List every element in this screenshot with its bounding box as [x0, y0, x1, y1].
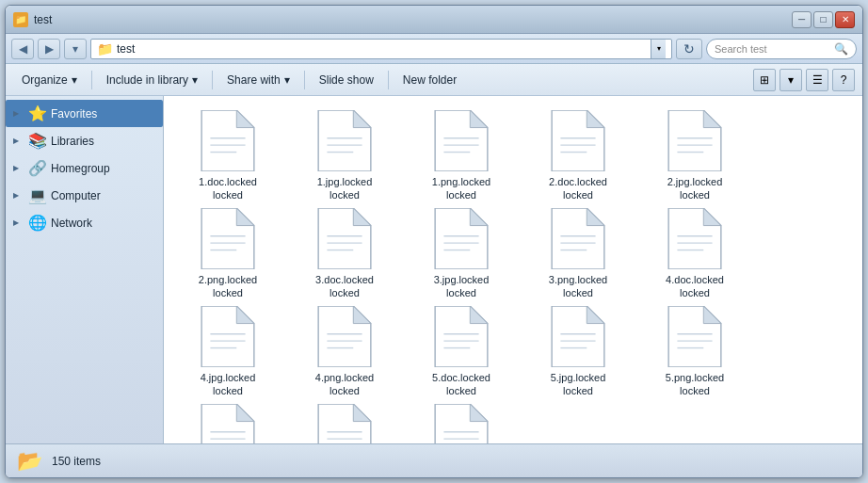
toolbar-separator-2	[212, 71, 213, 89]
preview-pane-button[interactable]: ☰	[806, 69, 828, 91]
svg-marker-31	[353, 208, 371, 226]
svg-marker-11	[470, 110, 488, 128]
file-item[interactable]: 3.png.lockedlocked	[522, 201, 635, 296]
refresh-button[interactable]: ↻	[676, 39, 702, 59]
search-icon[interactable]: 🔍	[833, 41, 848, 56]
file-item[interactable]: 2.jpg.lockedlocked	[638, 104, 751, 198]
file-item[interactable]: 3.jpg.lockedlocked	[405, 201, 518, 296]
svg-marker-6	[353, 110, 371, 128]
file-item[interactable]: 5.jpg.lockedlocked	[522, 299, 635, 394]
new-folder-label: New folder	[403, 73, 457, 87]
file-item[interactable]: 4.png.lockedlocked	[288, 299, 401, 394]
svg-marker-80	[318, 404, 371, 443]
svg-marker-36	[470, 208, 488, 226]
forward-button[interactable]: ▶	[38, 39, 60, 59]
folder-icon: 📁	[97, 41, 113, 56]
file-icon	[433, 306, 490, 367]
file-icon	[667, 306, 723, 367]
minimize-button[interactable]: ─	[792, 11, 812, 28]
address-input[interactable]: 📁 test ▾	[90, 39, 672, 59]
status-folder-icon: 📂	[17, 449, 42, 474]
organize-button[interactable]: Organize ▾	[13, 68, 86, 92]
share-with-label: Share with	[227, 73, 281, 87]
svg-marker-51	[236, 306, 254, 324]
file-icon	[200, 306, 256, 367]
file-label: 3.png.lockedlocked	[549, 273, 607, 300]
file-item[interactable]: 1.jpg.lockedlocked	[288, 104, 401, 198]
file-icon	[433, 208, 490, 269]
search-box[interactable]: Search test 🔍	[706, 39, 857, 59]
share-dropdown-icon: ▾	[284, 73, 290, 87]
sidebar-item-favorites[interactable]: ▶ ⭐ Favorites	[6, 100, 163, 127]
sidebar-icon-network: 🌐	[28, 214, 45, 232]
sidebar-icon-homegroup: 🔗	[28, 159, 45, 177]
file-icon	[550, 306, 606, 367]
window-title: test	[34, 13, 792, 26]
file-item[interactable]: 6.doc.lockedlocked	[171, 397, 284, 443]
file-icon	[200, 208, 256, 269]
sidebar-item-computer[interactable]: ▶ 💻 Computer	[6, 182, 163, 209]
view-dropdown-button[interactable]: ▾	[780, 69, 802, 91]
file-label: 5.jpg.lockedlocked	[551, 371, 606, 398]
file-item[interactable]: 4.doc.lockedlocked	[638, 201, 751, 296]
file-item[interactable]: 4.jpg.lockedlocked	[171, 299, 284, 394]
sidebar-item-network[interactable]: ▶ 🌐 Network	[6, 209, 163, 236]
sidebar-item-libraries[interactable]: ▶ 📚 Libraries	[6, 127, 163, 154]
file-item[interactable]: 2.png.lockedlocked	[171, 201, 284, 296]
explorer-window: 📁 test ─ □ ✕ ◀ ▶ ▾ 📁 test ▾ ↻ Search tes…	[5, 5, 863, 478]
file-item[interactable]: 3.doc.lockedlocked	[288, 201, 401, 296]
file-item[interactable]: 2.doc.lockedlocked	[522, 104, 635, 198]
slide-show-button[interactable]: Slide show	[311, 68, 382, 92]
new-folder-button[interactable]: New folder	[394, 68, 465, 92]
help-button[interactable]: ?	[832, 69, 855, 91]
file-icon	[200, 404, 256, 443]
file-label: 2.png.lockedlocked	[199, 273, 257, 300]
toolbar-separator-1	[91, 71, 92, 89]
file-label: 1.doc.lockedlocked	[199, 175, 257, 202]
close-button[interactable]: ✕	[835, 11, 855, 28]
file-icon	[316, 404, 373, 443]
file-area[interactable]: 1.doc.lockedlocked 1.jpg.lockedlocked 1.…	[164, 96, 862, 443]
expand-arrow-computer: ▶	[13, 191, 23, 200]
slide-show-label: Slide show	[319, 73, 374, 87]
maximize-button[interactable]: □	[813, 11, 833, 28]
sidebar-label-network: Network	[51, 217, 92, 230]
title-bar: 📁 test ─ □ ✕	[6, 6, 862, 34]
file-icon	[200, 110, 256, 171]
file-item[interactable]: 5.doc.lockedlocked	[405, 299, 518, 394]
file-icon	[667, 110, 723, 171]
svg-marker-66	[587, 306, 604, 324]
change-view-button[interactable]: ⊞	[753, 69, 776, 91]
svg-marker-21	[703, 110, 721, 128]
svg-marker-16	[587, 110, 604, 128]
file-item[interactable]: 6.jpg.lockedlocked	[288, 397, 401, 443]
file-icon	[550, 208, 606, 269]
include-in-library-button[interactable]: Include in library ▾	[98, 68, 206, 92]
back-button[interactable]: ◀	[11, 39, 34, 59]
file-item[interactable]: 1.png.lockedlocked	[405, 104, 518, 198]
file-item[interactable]: 5.png.lockedlocked	[638, 299, 751, 394]
file-icon	[433, 404, 490, 443]
svg-marker-26	[236, 208, 254, 226]
address-dropdown-button[interactable]: ▾	[651, 40, 666, 58]
svg-marker-76	[236, 404, 254, 422]
toolbar-separator-3	[304, 71, 305, 89]
sidebar-icon-computer: 💻	[28, 186, 45, 204]
window-icon: 📁	[13, 12, 28, 27]
recent-pages-button[interactable]: ▾	[64, 39, 87, 59]
file-item[interactable]: 1.doc.lockedlocked	[171, 104, 284, 198]
file-icon	[433, 110, 490, 171]
sidebar-icon-libraries: 📚	[28, 132, 45, 150]
file-icon	[667, 208, 723, 269]
file-label: 2.doc.lockedlocked	[549, 175, 607, 202]
file-label: 1.jpg.lockedlocked	[317, 175, 373, 202]
toolbar-right: ⊞ ▾ ☰ ?	[753, 69, 855, 91]
share-with-button[interactable]: Share with ▾	[218, 68, 298, 92]
window-controls: ─ □ ✕	[792, 11, 855, 28]
status-bar: 📂 150 items	[6, 443, 862, 477]
file-label: 5.doc.lockedlocked	[432, 371, 490, 398]
sidebar-item-homegroup[interactable]: ▶ 🔗 Homegroup	[6, 154, 163, 182]
file-item[interactable]: 6.png.lockedlocked	[405, 397, 518, 443]
file-label: 4.png.lockedlocked	[315, 371, 374, 398]
file-label: 4.jpg.lockedlocked	[201, 371, 256, 398]
